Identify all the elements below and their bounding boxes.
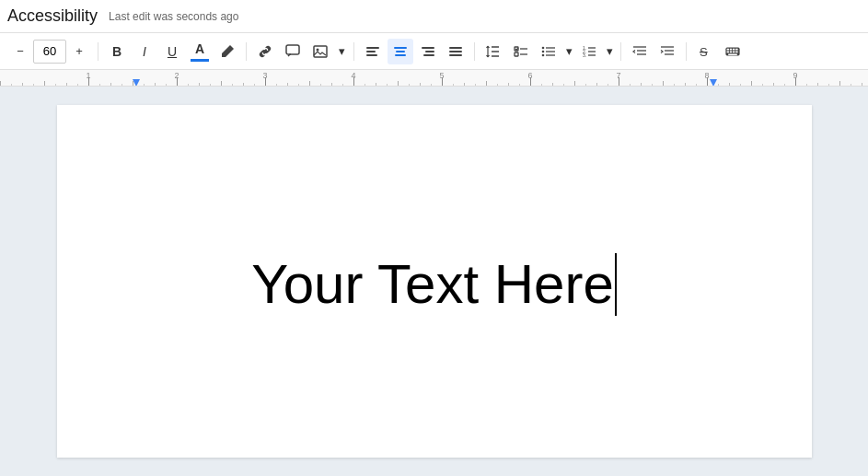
last-edit-status: Last edit was seconds ago xyxy=(109,10,238,23)
numbered-list-button[interactable]: 1. 2. 3. xyxy=(576,39,602,64)
increase-font-size-button[interactable]: + xyxy=(66,39,92,64)
svg-rect-42 xyxy=(735,48,737,50)
svg-rect-1 xyxy=(314,46,327,57)
link-icon xyxy=(258,44,272,59)
bullet-list-dropdown-button[interactable]: ▾ xyxy=(563,39,574,64)
svg-rect-43 xyxy=(727,51,729,52)
image-icon xyxy=(313,44,328,59)
align-right-icon xyxy=(421,44,435,59)
align-right-button[interactable] xyxy=(415,39,441,64)
separator-3 xyxy=(353,42,354,61)
font-size-input[interactable] xyxy=(33,40,66,64)
strikethrough-icon: S xyxy=(698,44,712,59)
svg-point-19 xyxy=(542,46,545,49)
document-page[interactable]: Your Text Here xyxy=(57,105,812,458)
checklist-icon xyxy=(514,44,528,59)
indent-decrease-button[interactable] xyxy=(627,39,653,64)
document-area[interactable]: Your Text Here xyxy=(0,87,868,476)
separator-5 xyxy=(620,42,621,61)
svg-rect-14 xyxy=(449,54,462,56)
svg-text:3.: 3. xyxy=(583,52,586,58)
align-justify-button[interactable] xyxy=(443,39,469,64)
svg-rect-7 xyxy=(396,51,405,52)
toolbar: − + B I U A xyxy=(0,33,868,70)
indent-increase-button[interactable] xyxy=(654,39,680,64)
font-size-group: − + xyxy=(7,39,92,64)
svg-rect-39 xyxy=(727,48,729,50)
svg-rect-46 xyxy=(735,51,737,52)
insert-image-button[interactable] xyxy=(307,39,333,64)
svg-rect-47 xyxy=(728,53,737,55)
keyboard-button[interactable] xyxy=(720,39,746,64)
text-color-button[interactable]: A xyxy=(187,39,213,64)
align-left-button[interactable] xyxy=(360,39,386,64)
bullet-list-icon xyxy=(541,44,556,59)
svg-rect-4 xyxy=(366,51,376,52)
align-justify-icon xyxy=(448,44,463,59)
separator-2 xyxy=(246,42,247,61)
svg-rect-41 xyxy=(733,48,735,50)
svg-rect-5 xyxy=(366,54,377,56)
svg-rect-0 xyxy=(286,45,299,54)
svg-rect-10 xyxy=(425,51,434,52)
text-cursor xyxy=(615,253,617,316)
svg-point-2 xyxy=(317,48,319,51)
separator-4 xyxy=(474,42,475,61)
svg-rect-16 xyxy=(515,52,518,56)
svg-rect-45 xyxy=(733,51,735,52)
svg-rect-40 xyxy=(730,48,732,50)
pencil-icon xyxy=(220,44,235,59)
svg-rect-44 xyxy=(730,51,732,52)
strikethrough-button[interactable]: S xyxy=(692,39,718,64)
svg-point-21 xyxy=(542,53,545,56)
svg-rect-6 xyxy=(394,47,407,49)
line-spacing-button[interactable] xyxy=(480,39,506,64)
svg-rect-3 xyxy=(366,47,379,49)
line-spacing-icon xyxy=(486,44,501,59)
underline-button[interactable]: U xyxy=(159,39,185,64)
svg-rect-9 xyxy=(422,47,434,49)
svg-rect-8 xyxy=(395,54,406,56)
insert-comment-button[interactable] xyxy=(280,39,306,64)
indent-decrease-icon xyxy=(632,44,647,59)
svg-rect-13 xyxy=(449,51,462,52)
insert-link-button[interactable] xyxy=(252,39,278,64)
bullet-list-button[interactable] xyxy=(536,39,561,64)
numbered-list-icon: 1. 2. 3. xyxy=(582,44,596,59)
align-left-icon xyxy=(365,44,380,59)
decrease-font-size-button[interactable]: − xyxy=(7,39,33,64)
comment-icon xyxy=(285,44,300,59)
svg-point-20 xyxy=(542,50,545,52)
doc-title[interactable]: Accessibility xyxy=(7,6,98,26)
align-center-button[interactable] xyxy=(388,39,413,64)
svg-rect-12 xyxy=(449,47,462,49)
align-center-icon xyxy=(393,44,408,59)
separator-1 xyxy=(98,42,98,61)
document-content[interactable]: Your Text Here xyxy=(251,252,614,316)
indent-increase-icon xyxy=(660,44,675,59)
keyboard-icon xyxy=(725,44,740,59)
bold-button[interactable]: B xyxy=(104,39,130,64)
italic-button[interactable]: I xyxy=(132,39,157,64)
title-bar: Accessibility Last edit was seconds ago xyxy=(0,0,868,33)
image-dropdown-button[interactable]: ▾ xyxy=(335,39,348,64)
ruler xyxy=(0,70,868,87)
highlight-button[interactable] xyxy=(214,39,240,64)
svg-text:S: S xyxy=(700,45,708,59)
checklist-button[interactable] xyxy=(508,39,534,64)
numbered-list-dropdown-button[interactable]: ▾ xyxy=(604,39,615,64)
separator-6 xyxy=(686,42,687,61)
svg-rect-11 xyxy=(423,54,434,56)
